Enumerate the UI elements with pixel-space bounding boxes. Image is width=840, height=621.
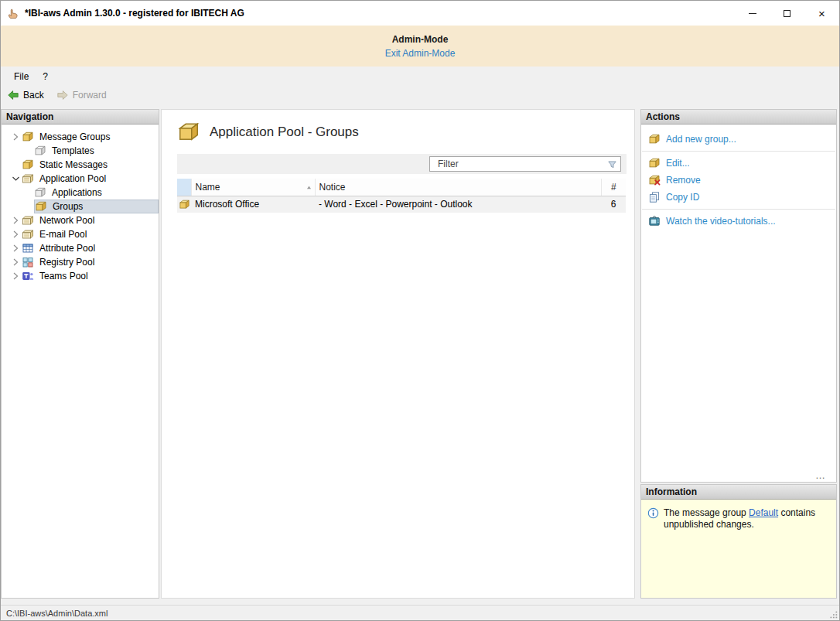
nav-item-teams-pool[interactable]: Teams Pool <box>2 269 159 283</box>
panel-splitter-dots[interactable]: … <box>641 469 836 482</box>
chevron-right-icon[interactable] <box>9 131 22 143</box>
minimize-icon <box>749 13 756 14</box>
chevron-right-icon[interactable] <box>9 270 22 282</box>
pool-icon <box>22 172 34 185</box>
chevron-right-icon[interactable] <box>9 228 22 241</box>
watch-video-tutorials-link[interactable]: Watch the video-tutorials... <box>641 213 836 230</box>
navigation-header: Navigation <box>2 110 159 125</box>
chevron-right-icon[interactable] <box>9 214 22 227</box>
nav-item-label: Groups <box>50 201 85 212</box>
groups-title-icon <box>177 121 200 144</box>
action-label: Watch the video-tutorials... <box>666 216 776 227</box>
navigation-tree: Message Groups Templates Static Messages <box>2 125 159 283</box>
menu-help[interactable]: ? <box>36 69 55 84</box>
nav-item-applications[interactable]: Applications <box>2 186 159 200</box>
copy-icon <box>648 191 661 203</box>
close-button[interactable]: × <box>804 1 839 26</box>
menu-file[interactable]: File <box>7 69 36 84</box>
action-label: Remove <box>666 175 701 186</box>
nav-item-label: Registry Pool <box>37 257 97 268</box>
filter-bar <box>177 154 627 174</box>
cell-name: Microsoft Office <box>191 196 315 213</box>
cell-count: 6 <box>601 196 626 213</box>
admin-mode-banner: Admin-Mode Exit Admin-Mode <box>1 26 839 67</box>
navigation-panel: Navigation Message Groups Templates <box>1 109 159 599</box>
chevron-right-icon[interactable] <box>9 242 22 254</box>
status-path: C:\IBI-aws\Admin\Data.xml <box>6 609 108 618</box>
chevron-right-icon[interactable] <box>9 256 22 268</box>
default-group-link[interactable]: Default <box>749 507 778 518</box>
table-header-row: Name Notice # <box>177 179 626 196</box>
back-button[interactable]: Back <box>7 89 44 101</box>
separator <box>642 151 835 152</box>
filter-funnel-icon[interactable] <box>606 159 618 170</box>
forward-button[interactable]: Forward <box>56 89 107 101</box>
exit-admin-mode-link[interactable]: Exit Admin-Mode <box>385 48 456 59</box>
nav-item-templates[interactable]: Templates <box>2 144 159 158</box>
nav-item-message-groups[interactable]: Message Groups <box>2 130 159 144</box>
action-label: Copy ID <box>666 192 699 203</box>
back-arrow-icon <box>7 89 19 101</box>
column-header-notice[interactable]: Notice <box>315 179 601 196</box>
cell-notice: - Word - Excel - Powerpoint - Outlook <box>315 196 601 213</box>
information-message: The message group Default contains unpub… <box>664 507 830 531</box>
column-label-name: Name <box>196 182 220 193</box>
maximize-button[interactable] <box>770 1 804 26</box>
nav-item-label: E-mail Pool <box>37 229 89 240</box>
nav-item-network-pool[interactable]: Network Pool <box>2 213 159 227</box>
column-header-count[interactable]: # <box>601 179 626 196</box>
add-new-group-link[interactable]: Add new group... <box>641 131 836 148</box>
close-icon: × <box>818 8 825 19</box>
chevron-down-icon[interactable] <box>9 172 22 185</box>
attribute-grid-icon <box>22 242 34 254</box>
filter-input[interactable] <box>432 159 606 169</box>
pool-icon <box>22 214 34 227</box>
nav-item-label: Message Groups <box>37 131 112 142</box>
app-logo-icon <box>7 7 19 19</box>
nav-item-label: Teams Pool <box>37 271 90 281</box>
nav-item-static-messages[interactable]: Static Messages <box>2 158 159 172</box>
minimize-button[interactable] <box>735 1 770 26</box>
message-prefix: The message group <box>664 507 749 518</box>
nav-item-email-pool[interactable]: E-mail Pool <box>2 227 159 241</box>
app-window: *IBI-aws Admin 1.30.0 - registered for I… <box>0 0 840 621</box>
nav-item-attribute-pool[interactable]: Attribute Pool <box>2 241 159 255</box>
window-controls: × <box>735 1 839 26</box>
message-group-icon <box>22 159 34 171</box>
filter-field <box>429 156 621 172</box>
template-icon <box>34 145 46 157</box>
nav-item-registry-pool[interactable]: Registry Pool <box>2 255 159 269</box>
registry-icon <box>22 256 34 268</box>
table-row-microsoft-office[interactable]: Microsoft Office - Word - Excel - Powerp… <box>177 196 626 213</box>
tv-icon <box>648 215 661 227</box>
nav-item-label: Templates <box>50 145 97 156</box>
row-icon-cell <box>177 196 191 213</box>
information-panel: Information The message group Default co… <box>640 484 837 599</box>
group-icon <box>648 133 661 145</box>
actions-header: Actions <box>641 110 836 125</box>
actions-list: Add new group... Edit... Remove Copy ID <box>641 125 836 230</box>
action-label: Edit... <box>666 158 690 169</box>
column-header-name[interactable]: Name <box>191 179 315 196</box>
copy-id-link[interactable]: Copy ID <box>641 189 836 206</box>
actions-panel: Actions Add new group... Edit... Remove <box>640 109 837 483</box>
column-header-icon[interactable] <box>177 179 191 196</box>
remove-link[interactable]: Remove <box>641 172 836 189</box>
title-bar: *IBI-aws Admin 1.30.0 - registered for I… <box>1 1 839 26</box>
nav-item-label: Static Messages <box>37 159 110 170</box>
nav-item-groups[interactable]: Groups <box>2 200 159 213</box>
group-remove-icon <box>648 174 661 186</box>
action-label: Add new group... <box>666 134 736 145</box>
main-area: Navigation Message Groups Templates <box>1 104 839 605</box>
nav-item-label: Applications <box>50 187 104 198</box>
nav-item-label: Network Pool <box>37 215 97 226</box>
info-icon <box>647 507 659 519</box>
resize-grip[interactable] <box>828 609 838 619</box>
edit-link[interactable]: Edit... <box>641 155 836 172</box>
menu-bar: File ? <box>1 67 839 86</box>
status-bar: C:\IBI-aws\Admin\Data.xml <box>1 605 839 620</box>
nav-item-label: Attribute Pool <box>37 243 97 254</box>
group-icon <box>179 199 190 210</box>
nav-item-application-pool[interactable]: Application Pool <box>2 172 159 186</box>
teams-icon <box>22 270 34 282</box>
